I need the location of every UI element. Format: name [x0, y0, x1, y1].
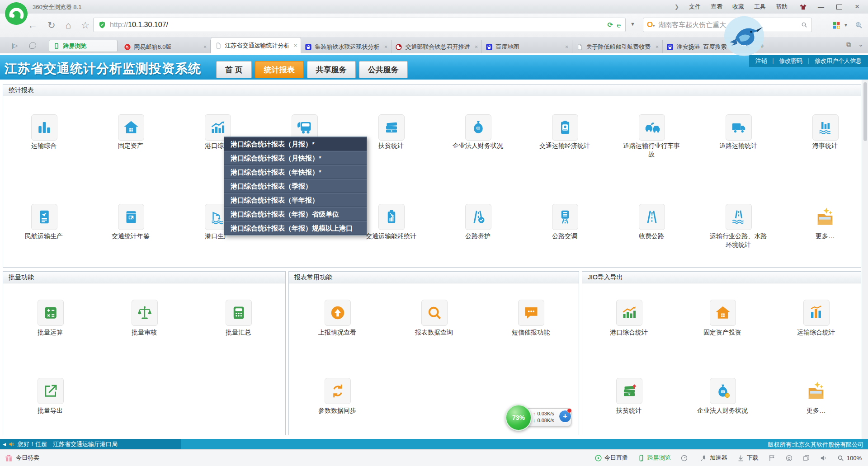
cross-screen-button[interactable]: 跨屏浏览 — [637, 454, 671, 462]
tab-close-icon[interactable]: × — [475, 43, 478, 50]
favorite-star-icon[interactable]: ☆ — [81, 20, 90, 31]
report-item[interactable] — [812, 204, 838, 229]
accelerator-button[interactable]: 加速器 — [700, 454, 727, 462]
menu-item-semiannual[interactable]: 港口综合统计报表（半年报） — [224, 193, 367, 207]
report-item[interactable] — [31, 204, 57, 230]
tab-cross-screen[interactable]: 跨屏浏览 — [49, 40, 118, 52]
zoom-control[interactable]: 100% — [837, 454, 862, 462]
gauge-button[interactable] — [680, 454, 690, 462]
tabbar-chevron-down-icon[interactable]: ⌄ — [858, 41, 863, 48]
tab-list-icon[interactable]: ⧉ — [846, 41, 851, 48]
url-dropdown-icon[interactable]: ▼ — [630, 21, 635, 27]
report-item[interactable]: ¥ — [378, 114, 405, 141]
menu-item-annual-major-ports[interactable]: 港口综合统计报表（年报）规模以上港口 — [224, 221, 367, 235]
address-bar[interactable]: http://10.1.30.107/ ⟳ ℮ — [93, 18, 626, 32]
common-item[interactable] — [325, 300, 351, 326]
report-item[interactable] — [639, 114, 665, 141]
report-item[interactable]: ¥ — [639, 204, 665, 230]
report-item-label[interactable]: 交通统计年鉴 — [100, 232, 161, 240]
maximize-button[interactable] — [830, 0, 848, 14]
report-item[interactable] — [552, 204, 578, 230]
report-item-label[interactable]: 运输综合 — [14, 141, 74, 150]
minimize-button[interactable]: — — [812, 0, 830, 14]
menu-item-monthly-flash[interactable]: 港口综合统计报表（月快报）* — [224, 151, 367, 165]
batch-item-label[interactable]: 批量汇总 — [204, 328, 272, 337]
jio-item[interactable] — [616, 300, 642, 326]
batch-item-label[interactable]: 批量运算 — [16, 328, 84, 337]
daily-deals-button[interactable]: 今日特卖 — [5, 450, 39, 466]
menu-overflow-icon[interactable]: ❯ — [675, 4, 679, 10]
menu-item-quarterly[interactable]: 港口综合统计报表（季报） — [224, 179, 367, 193]
download-button[interactable]: 下载 — [737, 454, 759, 462]
report-item[interactable] — [552, 114, 578, 141]
report-item[interactable] — [726, 114, 752, 141]
common-item-label[interactable]: 报表数据查询 — [400, 328, 468, 337]
tab-pilotage-fee[interactable]: 关于降低船舶引航费收费 × — [572, 40, 663, 53]
report-item[interactable] — [118, 204, 144, 230]
tab-netease-mail[interactable]: 网易邮箱6.0版 × — [120, 40, 211, 53]
common-item[interactable] — [421, 300, 448, 326]
batch-item[interactable] — [132, 300, 158, 326]
scrollbar-thumb[interactable] — [863, 82, 867, 141]
jio-item[interactable]: ¥ — [616, 378, 642, 404]
tab-container-rail[interactable]: 集装箱铁水联运现状分析 × — [301, 40, 392, 53]
menu-item-annual-flash[interactable]: 港口综合统计报表（年快报）* — [224, 165, 367, 179]
report-item-label[interactable]: 公路养护 — [448, 232, 508, 240]
report-item-label[interactable]: 固定资产 — [100, 141, 161, 150]
apps-grid-icon[interactable] — [832, 21, 841, 30]
jio-item[interactable] — [803, 378, 829, 403]
report-item[interactable] — [812, 114, 839, 141]
apps-dropdown-icon[interactable]: ▼ — [844, 23, 848, 28]
report-item[interactable] — [378, 204, 405, 230]
batch-item[interactable] — [38, 378, 64, 404]
nav-public-services[interactable]: 公共服务 — [359, 61, 408, 78]
nav-statistical-reports[interactable]: 统计报表 — [255, 61, 304, 78]
common-item[interactable] — [325, 378, 351, 404]
change-password-link[interactable]: 修改密码 — [779, 57, 802, 65]
menu-file[interactable]: 文件 — [689, 3, 701, 11]
report-item[interactable] — [118, 114, 144, 141]
batch-item-label[interactable]: 批量导出 — [16, 406, 84, 415]
report-item-label[interactable]: 交通运输经济统计 — [534, 141, 595, 150]
report-item-label[interactable]: 扶贫统计 — [361, 141, 421, 150]
extension-refresh-icon[interactable]: ⟳ — [607, 21, 613, 29]
logout-link[interactable]: 注销 — [755, 57, 767, 65]
mute-button[interactable] — [820, 454, 827, 462]
batch-item-label[interactable]: 批量审核 — [110, 328, 178, 337]
report-item-label[interactable]: 更多… — [795, 232, 855, 240]
common-item-label[interactable]: 短信催报功能 — [497, 328, 565, 337]
menu-favorites[interactable]: 收藏 — [732, 3, 744, 11]
search-engine-icon[interactable]: O▾ — [647, 20, 655, 29]
jio-item-label[interactable]: 更多… — [782, 406, 850, 415]
windows-button[interactable] — [802, 454, 810, 462]
common-item-label[interactable]: 参数数据同步 — [303, 406, 371, 415]
report-item-label[interactable]: 道路运输统计 — [708, 141, 769, 150]
jio-item[interactable] — [710, 378, 736, 404]
report-item[interactable] — [465, 204, 491, 230]
report-item-label[interactable]: 道路运输行业行车事故 — [621, 141, 682, 159]
recently-closed-icon[interactable] — [29, 42, 36, 49]
tab-close-icon[interactable]: × — [294, 42, 297, 49]
report-item[interactable] — [465, 114, 491, 141]
tab-jiangsu-stats-active[interactable]: 江苏省交通运输统计分析 × — [211, 37, 301, 53]
menu-tools[interactable]: 工具 — [754, 3, 766, 11]
common-item[interactable] — [518, 300, 544, 326]
ie-mode-button[interactable] — [785, 454, 793, 462]
jio-item-label[interactable]: 固定资产投资 — [689, 328, 756, 337]
back-icon[interactable]: ← — [28, 20, 38, 31]
edit-profile-link[interactable]: 修改用户个人信息 — [815, 57, 862, 65]
browser-logo-icon[interactable] — [5, 2, 28, 25]
batch-item[interactable] — [38, 300, 64, 326]
home-icon[interactable]: ⌂ — [66, 20, 71, 31]
report-item-label[interactable]: 公路交调 — [534, 232, 595, 240]
tab-close-icon[interactable]: × — [203, 43, 207, 50]
tab-close-icon[interactable]: × — [384, 43, 388, 50]
bird-overlay-icon[interactable] — [722, 14, 766, 58]
report-item-label[interactable]: 海事统计 — [795, 141, 855, 150]
report-item[interactable] — [726, 204, 752, 230]
report-item-label[interactable]: 交通运输能耗统计 — [361, 232, 421, 240]
jio-item-label[interactable]: 港口综合统计 — [595, 328, 663, 337]
report-item-label[interactable]: 收费公路 — [621, 232, 682, 240]
netshield-icon[interactable]: ℮ — [617, 21, 621, 29]
nav-home[interactable]: 首 页 — [216, 61, 252, 78]
